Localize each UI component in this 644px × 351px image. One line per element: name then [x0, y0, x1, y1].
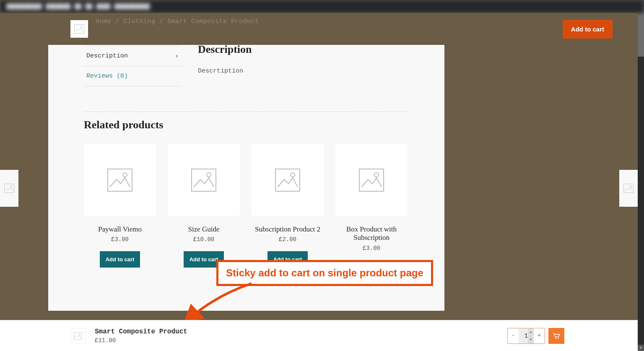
related-product[interactable]: Size Guide £10.00 Add to cart	[168, 144, 240, 276]
product-title: Subscription Product 2	[255, 225, 320, 234]
svg-point-7	[374, 173, 379, 177]
description-body: Descrtiption	[198, 68, 409, 75]
spinner-down-icon[interactable]: ▼	[528, 336, 534, 343]
svg-point-9	[80, 26, 82, 28]
placeholder-image-icon	[4, 184, 14, 193]
svg-point-11	[10, 185, 12, 187]
qty-spinner: ▲ ▼	[528, 328, 534, 343]
svg-rect-12	[623, 184, 633, 192]
svg-point-1	[123, 173, 127, 177]
product-grid: Paywall Viemo £3.00 Add to cart Size Gui…	[84, 144, 409, 276]
svg-rect-4	[275, 169, 300, 191]
breadcrumb[interactable]: Home / Clothing / Smart Composite Produc…	[96, 18, 259, 25]
wp-admin-bar[interactable]: ██████████ ███████ ██ ██ ████ ██████████	[0, 0, 644, 13]
cart-icon	[553, 333, 560, 339]
svg-rect-2	[192, 169, 216, 191]
sticky-product-thumbnail[interactable]	[70, 20, 88, 38]
product-thumbnail[interactable]	[84, 144, 156, 216]
annotation-text: Sticky add to cart on single product pag…	[226, 267, 423, 278]
svg-point-18	[558, 337, 559, 338]
sticky-add-to-cart-button[interactable]: Add to cart	[563, 20, 613, 39]
svg-rect-0	[108, 169, 132, 191]
product-thumbnail[interactable]	[252, 144, 324, 216]
sticky-add-to-cart-button[interactable]	[548, 328, 564, 344]
placeholder-image-icon	[74, 332, 82, 340]
spinner-up-icon[interactable]: ▲	[528, 328, 534, 336]
annotation-callout: Sticky add to cart on single product pag…	[216, 260, 433, 286]
product-price: £3.00	[363, 245, 380, 252]
sticky-cart-controls: - ▲ ▼ +	[507, 328, 564, 344]
sticky-product-thumbnail[interactable]	[70, 328, 86, 343]
scrollbar-thumb[interactable]	[638, 6, 644, 57]
svg-point-16	[79, 333, 80, 335]
admin-bar-blur: ██████████ ███████ ██ ██ ████ ██████████	[6, 3, 150, 10]
tab-reviews[interactable]: Reviews (0)	[84, 66, 181, 86]
product-thumbnail[interactable]	[168, 144, 240, 216]
product-tabs: Description › Reviews (0) Description De…	[48, 46, 444, 86]
prev-product-nav[interactable]	[0, 170, 18, 207]
placeholder-image-icon	[191, 169, 216, 192]
sticky-product-meta: Smart Composite Product £11.00	[95, 328, 187, 344]
product-price: £10.00	[193, 236, 214, 243]
qty-input-wrap: ▲ ▼	[519, 328, 534, 343]
scrollbar-track[interactable]: ▲ ▼	[638, 0, 644, 351]
next-product-nav[interactable]	[619, 170, 638, 207]
tab-description[interactable]: Description ›	[84, 46, 181, 66]
product-thumbnail[interactable]	[335, 144, 408, 216]
tab-panel-description: Description Descrtiption	[181, 46, 409, 86]
product-price: £3.00	[111, 236, 129, 243]
sticky-product-info: Smart Composite Product £11.00	[70, 328, 187, 344]
description-heading: Description	[198, 43, 409, 56]
product-price: £2.00	[279, 236, 296, 243]
product-title: Paywall Viemo	[98, 225, 142, 234]
svg-point-3	[207, 173, 211, 177]
sticky-product-price: £11.00	[95, 337, 187, 344]
related-heading: Related products	[84, 119, 409, 131]
svg-rect-10	[4, 184, 14, 192]
related-product[interactable]: Box Product with Subscription £3.00 Add …	[335, 144, 408, 276]
related-products-section: Related products Paywall Viemo £3.00 Add…	[48, 112, 444, 276]
product-title: Box Product with Subscription	[335, 225, 408, 242]
placeholder-image-icon	[74, 24, 84, 34]
svg-rect-6	[359, 169, 384, 191]
svg-point-13	[630, 185, 631, 187]
chevron-right-icon: ›	[175, 53, 179, 60]
placeholder-image-icon	[359, 169, 384, 192]
svg-rect-15	[74, 332, 82, 339]
qty-increment-button[interactable]: +	[534, 328, 545, 343]
placeholder-image-icon	[623, 184, 634, 193]
sticky-product-name: Smart Composite Product	[95, 328, 187, 335]
sticky-top-bar: Home / Clothing / Smart Composite Produc…	[0, 13, 638, 45]
product-title: Size Guide	[188, 225, 219, 234]
add-to-cart-button[interactable]: Add to cart	[100, 251, 140, 268]
qty-decrement-button[interactable]: -	[508, 328, 519, 343]
tab-label: Description	[86, 52, 128, 60]
scroll-down-icon[interactable]: ▼	[638, 345, 644, 351]
sticky-bottom-bar: Smart Composite Product £11.00 - ▲ ▼ +	[0, 320, 638, 351]
svg-point-17	[555, 337, 556, 338]
placeholder-image-icon	[275, 169, 300, 192]
tab-list: Description › Reviews (0)	[84, 46, 181, 86]
quantity-stepper: - ▲ ▼ +	[507, 328, 545, 344]
related-product[interactable]: Paywall Viemo £3.00 Add to cart	[84, 144, 156, 276]
svg-rect-8	[74, 24, 84, 33]
placeholder-image-icon	[107, 169, 132, 192]
svg-point-5	[291, 173, 295, 177]
divider	[84, 112, 409, 112]
tab-label: Reviews (0)	[86, 73, 128, 80]
related-product[interactable]: Subscription Product 2 £2.00 Add to cart	[252, 144, 324, 276]
